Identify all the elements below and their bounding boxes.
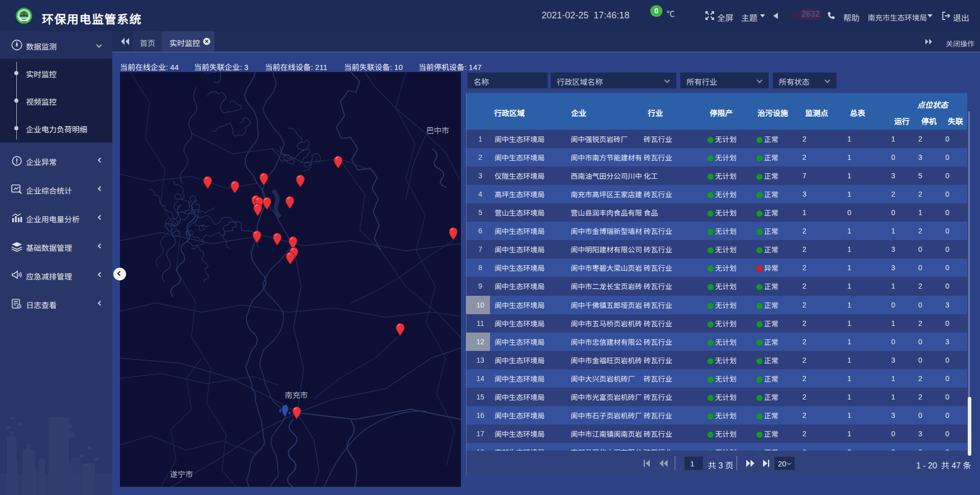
svg-text:遂宁市: 遂宁市 bbox=[170, 468, 193, 479]
svg-text:南充市: 南充市 bbox=[285, 389, 308, 400]
svg-text:巴中市: 巴中市 bbox=[426, 125, 449, 135]
